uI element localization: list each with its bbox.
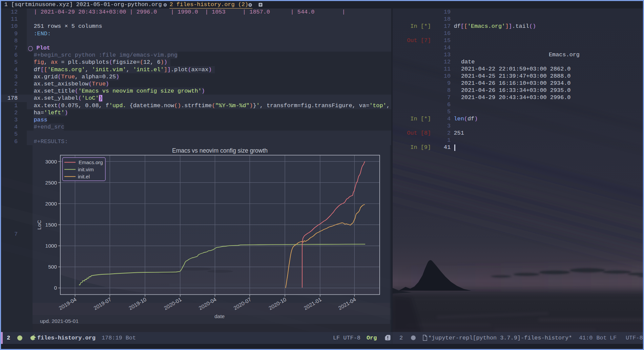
svg-text:0: 0 — [54, 285, 57, 291]
svg-text:init.el: init.el — [78, 174, 90, 179]
svg-text:init.vim: init.vim — [78, 167, 94, 172]
svg-text:2500: 2500 — [45, 180, 57, 186]
svg-text:3000: 3000 — [45, 159, 57, 164]
svg-text:Emacs vs neovim config size gr: Emacs vs neovim config size growth — [172, 147, 268, 154]
svg-text:1000: 1000 — [45, 243, 57, 249]
svg-text:Emacs.org: Emacs.org — [79, 159, 103, 165]
svg-text:LoC: LoC — [36, 220, 42, 230]
svg-text:500: 500 — [48, 264, 57, 270]
svg-text:2000: 2000 — [45, 201, 57, 207]
svg-text:1500: 1500 — [45, 222, 57, 228]
